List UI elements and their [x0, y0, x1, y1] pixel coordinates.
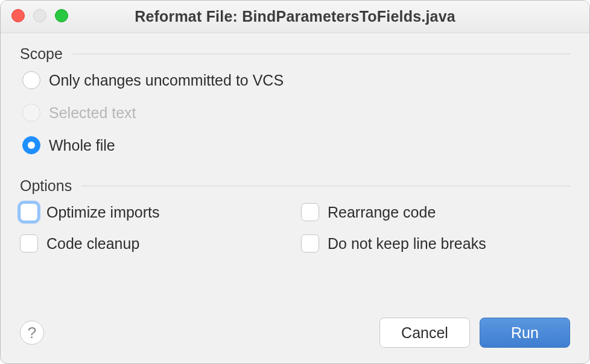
titlebar: Reformat File: BindParametersToFields.ja… — [1, 1, 589, 33]
radio-icon[interactable] — [22, 136, 40, 154]
options-grid: Optimize imports Rearrange code Code cle… — [20, 203, 570, 253]
scope-label: Scope — [20, 45, 63, 63]
maximize-icon[interactable] — [55, 9, 68, 22]
scope-option-whole-file[interactable]: Whole file — [22, 136, 570, 154]
scope-option-label: Selected text — [49, 104, 136, 122]
scope-option-label: Whole file — [49, 137, 115, 154]
option-keep-line-breaks[interactable]: Do not keep line breaks — [301, 234, 570, 253]
checkbox-icon[interactable] — [301, 234, 319, 253]
divider — [81, 186, 570, 186]
scope-option-label: Only changes uncommitted to VCS — [49, 72, 284, 89]
cancel-button-label: Cancel — [401, 324, 448, 342]
dialog-footer: ? Cancel Run — [1, 318, 589, 363]
option-label: Rearrange code — [328, 204, 436, 221]
reformat-file-dialog: Reformat File: BindParametersToFields.ja… — [0, 0, 590, 364]
option-rearrange-code[interactable]: Rearrange code — [301, 203, 570, 221]
radio-icon — [22, 104, 40, 122]
run-button[interactable]: Run — [480, 318, 570, 348]
scope-option-vcs[interactable]: Only changes uncommitted to VCS — [22, 71, 570, 89]
divider — [72, 54, 570, 54]
option-label: Do not keep line breaks — [328, 235, 486, 253]
option-code-cleanup[interactable]: Code cleanup — [20, 234, 289, 253]
cancel-button[interactable]: Cancel — [379, 318, 470, 348]
options-label: Options — [20, 177, 72, 195]
help-button[interactable]: ? — [20, 321, 44, 345]
checkbox-icon[interactable] — [20, 234, 38, 253]
help-icon: ? — [28, 324, 36, 342]
minimize-icon — [33, 9, 46, 22]
checkbox-icon[interactable] — [20, 203, 38, 221]
options-section-header: Options — [20, 177, 570, 195]
scope-option-selected-text: Selected text — [22, 104, 570, 122]
dialog-content: Scope Only changes uncommitted to VCS Se… — [1, 33, 589, 318]
checkbox-icon[interactable] — [301, 203, 319, 221]
radio-icon[interactable] — [22, 71, 40, 89]
option-label: Code cleanup — [46, 235, 139, 253]
dialog-title: Reformat File: BindParametersToFields.ja… — [1, 8, 589, 25]
close-icon[interactable] — [11, 9, 25, 22]
option-label: Optimize imports — [46, 204, 160, 221]
option-optimize-imports[interactable]: Optimize imports — [20, 203, 289, 221]
scope-section-header: Scope — [20, 45, 570, 63]
run-button-label: Run — [511, 324, 539, 342]
window-controls — [11, 9, 68, 22]
